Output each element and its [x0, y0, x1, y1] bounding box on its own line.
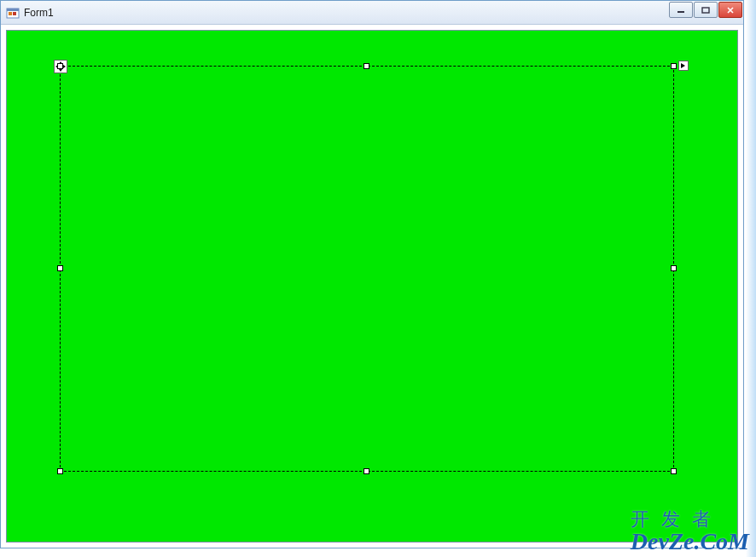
svg-rect-1	[7, 9, 19, 11]
maximize-button[interactable]	[694, 2, 718, 18]
resize-handle-bottom-middle[interactable]	[363, 468, 369, 474]
minimize-button[interactable]	[669, 2, 693, 18]
titlebar[interactable]: Form1	[1, 1, 743, 25]
form-icon	[6, 6, 20, 20]
close-button[interactable]	[718, 2, 742, 18]
resize-handle-top-left[interactable]	[57, 63, 63, 69]
svg-rect-4	[677, 11, 684, 13]
resize-handle-middle-left[interactable]	[57, 265, 63, 271]
resize-handle-bottom-right[interactable]	[671, 468, 677, 474]
right-edge-gradient	[746, 0, 756, 557]
smart-tag-arrow-icon[interactable]	[678, 61, 689, 71]
window-frame: Form1	[0, 0, 744, 548]
resize-handle-bottom-left[interactable]	[57, 468, 63, 474]
window-title: Form1	[24, 7, 54, 19]
window-controls	[669, 2, 742, 18]
resize-handle-top-middle[interactable]	[363, 63, 369, 69]
svg-rect-5	[702, 8, 709, 13]
svg-rect-2	[9, 12, 12, 15]
resize-handle-top-right[interactable]	[671, 63, 677, 69]
svg-rect-3	[13, 12, 16, 15]
resize-handle-middle-right[interactable]	[671, 265, 677, 271]
form-designer-surface[interactable]	[6, 30, 738, 542]
selected-control-outline[interactable]	[60, 66, 674, 472]
